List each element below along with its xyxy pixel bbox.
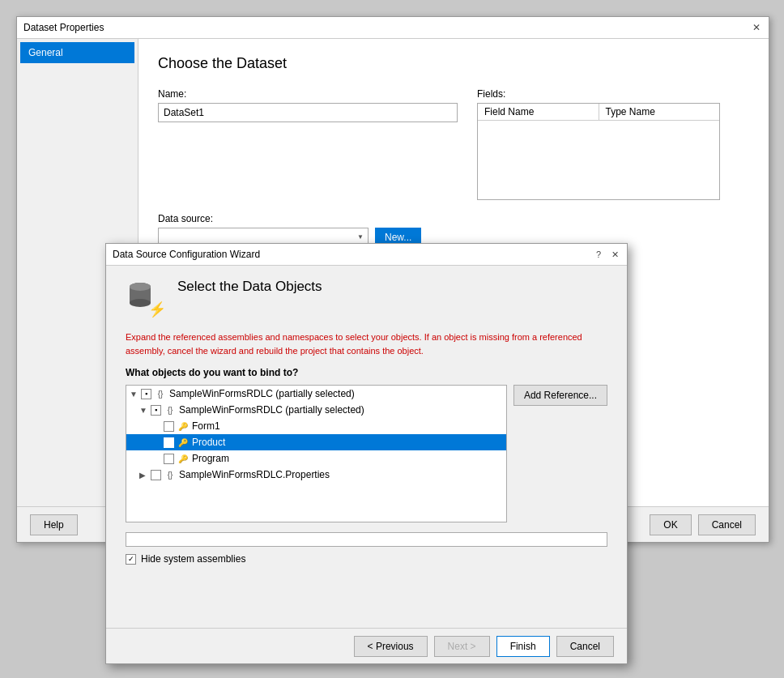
wizard-header: ⚡ Select the Data Objects	[126, 279, 607, 318]
dataset-name-row: Name: Fields: Field Name Type Name	[158, 88, 749, 200]
dataset-close-button[interactable]: ✕	[751, 22, 762, 33]
wizard-body: ⚡ Select the Data Objects Expand the ref…	[106, 266, 627, 591]
previous-button[interactable]: < Previous	[354, 636, 428, 657]
namespace-icon-properties: {}	[164, 468, 177, 481]
help-button[interactable]: Help	[30, 514, 78, 535]
svg-point-3	[130, 283, 151, 291]
name-field: Name:	[158, 88, 458, 200]
hide-assemblies-row: ✓ Hide system assemblies	[126, 553, 607, 565]
checkbox-product[interactable]: ✓	[164, 437, 174, 448]
wizard-question: What objects do you want to bind to?	[126, 367, 607, 378]
tree-item-form1[interactable]: ▶ 🔑 Form1	[126, 418, 506, 434]
class-icon-product: 🔑	[177, 436, 190, 449]
wizard-close-button[interactable]: ✕	[609, 249, 620, 260]
footer-right: OK Cancel	[650, 514, 756, 535]
tree-label-root: SampleWinFormsRDLC (partially selected)	[169, 388, 355, 399]
hide-assemblies-label[interactable]: Hide system assemblies	[141, 553, 245, 565]
expander-properties[interactable]: ▶	[139, 471, 151, 480]
add-reference-wrapper: Add Reference...	[513, 385, 607, 522]
footer-left: Help	[30, 514, 78, 535]
wizard-db-icon: ⚡	[126, 279, 164, 318]
fields-box: Field Name Type Name	[477, 103, 720, 200]
tree-label-form1: Form1	[192, 420, 220, 432]
finish-button[interactable]: Finish	[496, 636, 550, 657]
ok-button[interactable]: OK	[650, 514, 691, 535]
tree-and-button: ▼ ▪ {} SampleWinFormsRDLC (partially sel…	[126, 385, 607, 522]
class-icon-program: 🔑	[177, 452, 190, 465]
tree-item-program[interactable]: ▶ 🔑 Program	[126, 450, 506, 467]
fields-col-type: Type Name	[599, 104, 720, 120]
wizard-window: Data Source Configuration Wizard ? ✕ ⚡	[105, 243, 628, 664]
tree-item-properties[interactable]: ▶ {} SampleWinFormsRDLC.Properties	[126, 467, 506, 483]
fields-field: Fields: Field Name Type Name	[477, 88, 720, 200]
wizard-title-text: Select the Data Objects	[177, 279, 322, 295]
wizard-footer: < Previous Next > Finish Cancel	[106, 628, 627, 663]
checkbox-program[interactable]	[164, 454, 174, 464]
tree-item-root[interactable]: ▼ ▪ {} SampleWinFormsRDLC (partially sel…	[126, 386, 506, 402]
checkbox-properties[interactable]	[151, 470, 161, 480]
tree-item-product[interactable]: ▶ ✓ 🔑 Product	[126, 434, 506, 450]
wizard-section-title: Select the Data Objects	[177, 279, 322, 295]
expander-namespace[interactable]: ▼	[139, 406, 151, 415]
hide-assemblies-checkbox[interactable]: ✓	[126, 554, 136, 565]
checkbox-namespace[interactable]: ▪	[151, 405, 161, 416]
name-input[interactable]	[158, 103, 458, 122]
fields-label: Fields:	[477, 88, 720, 100]
tree-label-properties: SampleWinFormsRDLC.Properties	[179, 469, 330, 480]
dataset-titlebar: Dataset Properties ✕	[17, 17, 769, 39]
datasource-label: Data source:	[158, 213, 421, 224]
namespace-icon: {}	[164, 403, 177, 416]
add-reference-button[interactable]: Add Reference...	[513, 385, 607, 406]
expander-root[interactable]: ▼	[130, 390, 141, 399]
tree-label-product: Product	[192, 437, 225, 448]
wizard-title: Data Source Configuration Wizard	[113, 249, 260, 260]
wizard-progress-bar	[126, 532, 607, 547]
svg-text:⚡: ⚡	[148, 301, 164, 318]
wizard-help-button[interactable]: ?	[593, 249, 604, 260]
datasource-row: Data source: New...	[158, 213, 749, 247]
wizard-titlebar: Data Source Configuration Wizard ? ✕	[106, 244, 627, 266]
tree-label-program: Program	[192, 453, 229, 464]
wizard-description: Expand the referenced assemblies and nam…	[126, 330, 607, 357]
assembly-icon-root: {}	[154, 387, 167, 400]
next-button: Next >	[434, 636, 490, 657]
fields-col-name: Field Name	[478, 104, 599, 120]
dataset-title: Dataset Properties	[23, 22, 104, 33]
database-icon: ⚡	[126, 279, 164, 318]
checkbox-form1[interactable]	[164, 421, 174, 432]
tree-container[interactable]: ▼ ▪ {} SampleWinFormsRDLC (partially sel…	[126, 385, 507, 522]
tree-item-namespace[interactable]: ▼ ▪ {} SampleWinFormsRDLC (partially sel…	[126, 402, 506, 418]
fields-header: Field Name Type Name	[478, 104, 719, 121]
checkbox-root[interactable]: ▪	[141, 389, 151, 399]
dataset-section-title: Choose the Dataset	[158, 55, 749, 72]
class-icon-form1: 🔑	[177, 420, 190, 433]
wizard-titlebar-actions: ? ✕	[593, 249, 620, 260]
name-label: Name:	[158, 88, 458, 100]
cancel-button[interactable]: Cancel	[698, 514, 756, 535]
wizard-cancel-button[interactable]: Cancel	[556, 636, 614, 657]
tree-label-namespace: SampleWinFormsRDLC (partially selected)	[179, 404, 364, 416]
datasource-field: Data source: New...	[158, 213, 421, 247]
sidebar-item-general[interactable]: General	[20, 42, 134, 63]
